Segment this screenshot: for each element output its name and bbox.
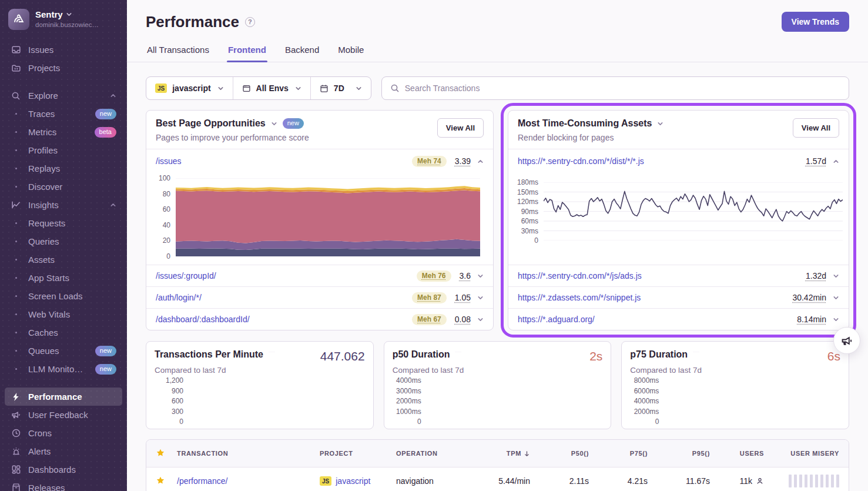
date-range-filter[interactable]: 7D [311,77,371,99]
sidebar-item-projects[interactable]: Projects [5,59,122,77]
list-item[interactable]: https://*.sentry-cdn.com/*/js/ads.js1.32… [508,265,849,286]
column-header-project[interactable]: PROJECT [320,450,396,457]
feedback-fab-button[interactable] [833,327,860,354]
view-all-button[interactable]: View All [793,118,839,138]
item-link[interactable]: https://*.sentry-cdn.com/*/js/ads.js [518,271,797,280]
sidebar-item-alerts[interactable]: Alerts [5,442,122,460]
sidebar-item-assets[interactable]: Assets [5,250,122,269]
sidebar-item-discover[interactable]: Discover [5,178,122,196]
asset-link[interactable]: https://*.sentry-cdn.com/*/dist/*/*.js [518,156,797,166]
sidebar-item-user-feedback[interactable]: User Feedback [5,406,122,424]
chevron-down-icon[interactable] [477,273,484,279]
column-header-tpm[interactable]: TPM [462,450,530,457]
sidebar-item-queues[interactable]: Queuesnew [5,342,122,360]
page-header: Performance ? View Trends [127,0,868,32]
view-trends-button[interactable]: View Trends [782,12,849,32]
search-input[interactable] [405,83,840,93]
project-filter[interactable]: JS javascript [146,77,233,99]
bullet-dot [11,332,21,333]
list-item[interactable]: https://*.zdassets.com/*/snippet.js30.42… [508,286,849,308]
sidebar-item-insights[interactable]: Insights [5,196,122,214]
bullet-dot [11,131,21,133]
sidebar-item-metrics[interactable]: Metricsbeta [5,123,122,141]
column-header-user-misery[interactable]: USER MISERY [764,450,839,457]
item-link[interactable]: /dashboard/:dashboardId/ [156,315,412,324]
sidebar-item-replays[interactable]: Replays [5,159,122,178]
app-root: Sentry dominik.buszowiec… Issues Project… [0,0,868,491]
chevron-down-icon[interactable] [833,273,839,279]
mini-chart: 1,2009006003000 [155,380,365,422]
list-item[interactable]: /auth/login/*/Meh 871.05 [146,286,493,308]
project-link[interactable]: javascript [336,476,396,486]
users-count: 11k [739,476,752,486]
search-icon [11,91,21,101]
chevron-up-icon[interactable] [833,158,839,165]
chevron-down-icon[interactable] [833,295,839,301]
tab-all-transactions[interactable]: All Transactions [146,40,210,62]
environment-filter[interactable]: All Envs [233,77,311,99]
column-header-operation[interactable]: OPERATION [396,450,462,457]
favorite-star[interactable] [156,476,177,487]
chevron-down-icon[interactable] [657,121,663,127]
help-icon[interactable]: ? [245,17,255,27]
projects-icon [11,63,21,73]
sidebar-item-performance[interactable]: Performance [5,388,122,406]
sidebar-item-dashboards[interactable]: Dashboards [5,460,122,479]
sidebar-item-releases[interactable]: Releases [5,479,122,491]
chevron-down-icon[interactable] [455,352,461,358]
tab-mobile[interactable]: Mobile [337,40,365,62]
sidebar-item-app-starts[interactable]: App Starts [5,269,122,287]
chevron-down-icon [295,85,301,92]
grid-icon [11,465,21,475]
chevron-down-icon[interactable] [477,295,484,301]
transaction-link[interactable]: /issues [156,156,412,166]
chevron-down-icon[interactable] [833,316,839,323]
item-link[interactable]: https://*.zdassets.com/*/snippet.js [518,293,784,302]
table-row: /performance/ JSjavascript navigation 5.… [146,467,849,491]
sidebar-item-issues[interactable]: Issues [5,41,122,59]
column-header-p95[interactable]: P95() [648,450,710,457]
tab-frontend[interactable]: Frontend [227,40,267,62]
sidebar-item-screen-loads[interactable]: Screen Loads [5,287,122,305]
card-subtitle: Render blocking for pages [518,133,793,142]
column-header-users[interactable]: USERS [710,450,764,457]
siren-icon [11,446,21,456]
item-link[interactable]: /issues/:groupId/ [156,271,417,280]
sidebar-item-llm-monitoring[interactable]: LLM Monito…new [5,360,122,378]
expanded-asset-row[interactable]: https://*.sentry-cdn.com/*/dist/*/*.js 1… [508,149,849,173]
line-chart [544,182,843,241]
sentry-logo [8,9,29,30]
view-all-button[interactable]: View All [437,118,484,138]
column-header-p50[interactable]: P50() [530,450,589,457]
calendar-icon [320,84,329,93]
opportunity-value: 3.39 [455,156,471,166]
chevron-up-icon[interactable] [477,158,484,165]
sidebar-item-web-vitals[interactable]: Web Vitals [5,305,122,323]
sidebar-item-requests[interactable]: Requests [5,214,122,232]
item-link[interactable]: https://*.adguard.org/ [518,315,789,324]
org-switcher[interactable]: Sentry dominik.buszowiec… [0,0,127,35]
column-header-p75[interactable]: P75() [589,450,648,457]
sidebar-item-crons[interactable]: Crons [5,424,122,442]
chevron-down-icon[interactable] [269,352,275,358]
sidebar-item-queries[interactable]: Queries [5,232,122,250]
list-item[interactable]: https://*.adguard.org/8.14min [508,308,849,330]
sidebar-item-traces[interactable]: Tracesnew [5,105,122,123]
chevron-down-icon[interactable] [271,121,277,127]
sidebar-item-explore[interactable]: Explore [5,86,122,105]
chevron-down-icon[interactable] [693,352,699,358]
list-item[interactable]: /issues/:groupId/Meh 763.6 [146,265,493,286]
bullet-dot [11,113,21,115]
expanded-page-row[interactable]: /issues Meh 74 3.39 [146,149,493,173]
item-link[interactable]: /auth/login/*/ [156,293,412,302]
page-title: Performance [146,13,239,31]
list-item[interactable]: /dashboard/:dashboardId/Meh 670.08 [146,308,493,330]
column-header-transaction[interactable]: TRANSACTION [177,450,320,457]
favorite-column-header[interactable] [156,448,177,459]
lightning-icon [11,392,21,402]
sidebar-item-caches[interactable]: Caches [5,323,122,342]
transaction-link[interactable]: /performance/ [177,476,320,486]
tab-backend[interactable]: Backend [284,40,320,62]
sidebar-item-profiles[interactable]: Profiles [5,141,122,159]
chevron-down-icon[interactable] [477,316,484,323]
